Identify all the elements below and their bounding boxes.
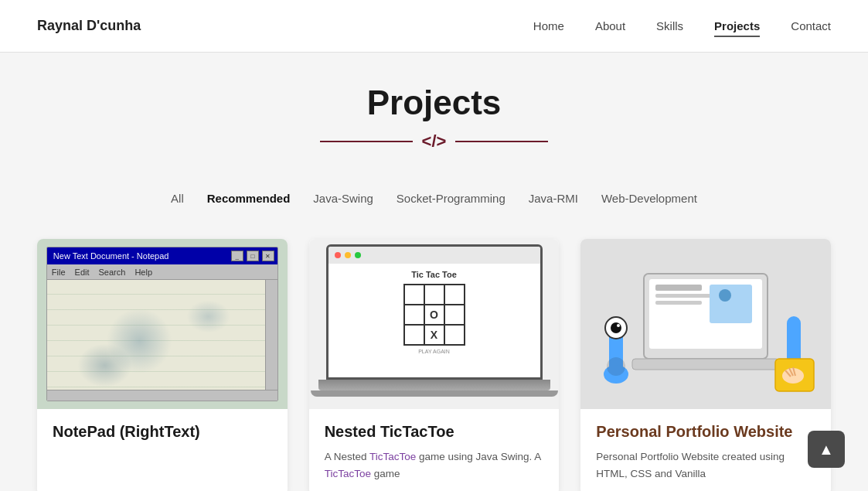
tictactoe-card-title: Nested TicTacToe [325,423,544,441]
svg-rect-2 [655,285,702,291]
svg-point-6 [719,289,731,302]
laptop-screen: Tic Tac Toe O X PLAY AGAIN [326,244,543,380]
browser-bar [328,247,540,264]
laptop-container: Tic Tac Toe O X PLAY AGAIN [309,239,560,409]
scroll-top-icon: ▲ [819,441,834,459]
portfolio-svg [594,251,818,397]
nav-link-skills[interactable]: Skills [656,19,683,32]
svg-rect-5 [710,285,752,323]
nav-item-skills[interactable]: Skills [656,19,683,33]
svg-rect-4 [655,301,702,305]
notepad-maximize-btn[interactable]: □ [247,251,259,261]
notepad-window: New Text Document - Notepad _ □ ✕ File E… [46,247,278,401]
nav-link-projects[interactable]: Projects [714,19,760,37]
svg-point-10 [607,357,625,376]
ttt-title: Tic Tac Toe [411,270,457,279]
ttt-grid: O X [403,284,465,346]
notepad-card-content: NotePad (RightText) [37,409,288,491]
card-image-portfolio [580,239,831,409]
ttt-cell-5 [444,305,465,325]
svg-rect-3 [655,294,717,298]
divider-line-right [455,141,548,142]
notepad-rain-visual [47,280,277,401]
section-divider: </> [0,131,868,152]
project-card-tictactoe: Tic Tac Toe O X PLAY AGAIN [309,239,560,491]
divider-line-left [320,141,413,142]
ttt-cell-2 [444,285,465,305]
notepad-card-title: NotePad (RightText) [53,423,272,441]
projects-grid: New Text Document - Notepad _ □ ✕ File E… [0,220,868,491]
filter-tabs: All Recommended Java-Swing Socket-Progra… [0,170,868,220]
notepad-menubar: File Edit Search Help [47,264,277,280]
notepad-menu-edit[interactable]: Edit [75,268,90,277]
nav-item-about[interactable]: About [595,19,625,33]
browser-dot-red [335,252,341,258]
notepad-menu-search[interactable]: Search [99,268,126,277]
nav-link-home[interactable]: Home [533,19,564,32]
scroll-to-top-button[interactable]: ▲ [808,431,845,468]
portfolio-card-desc: Personal Portfolio Website created using… [596,448,815,482]
nav-link-about[interactable]: About [595,19,625,32]
page-header: Projects </> [0,53,868,170]
tictactoe-content: Tic Tac Toe O X PLAY AGAIN [328,264,540,354]
page-title: Projects [0,84,868,122]
ttt-cell-1 [424,285,444,305]
filter-web-development[interactable]: Web-Development [601,189,697,208]
project-card-portfolio: Personal Portfolio Website Personal Port… [580,239,831,491]
laptop-bottom [311,390,558,397]
nav-item-home[interactable]: Home [533,19,564,33]
ttt-cell-3 [404,305,424,325]
divider-symbol: </> [422,131,447,152]
filter-socket-programming[interactable]: Socket-Programming [397,189,505,208]
svg-point-13 [617,324,620,327]
notepad-close-btn[interactable]: ✕ [262,251,274,261]
browser-dot-green [355,252,361,258]
ttt-cell-4: O [424,305,444,325]
ttt-play-again[interactable]: PLAY AGAIN [418,349,450,354]
portfolio-card-content: Personal Portfolio Website Personal Port… [580,409,831,491]
card-image-notepad: New Text Document - Notepad _ □ ✕ File E… [37,239,288,409]
filter-all[interactable]: All [171,189,184,208]
browser-dot-yellow [345,252,351,258]
svg-point-12 [611,322,621,333]
nav-brand: Raynal D'cunha [37,18,141,34]
portfolio-illustration [580,239,831,409]
filter-recommended[interactable]: Recommended [207,189,291,208]
nav-links: Home About Skills Projects Contact [533,19,831,33]
card-image-tictactoe: Tic Tac Toe O X PLAY AGAIN [309,239,560,409]
tictactoe-card-content: Nested TicTacToe A Nested TicTacToe game… [309,409,560,491]
notepad-scrollbar-vertical[interactable] [265,280,277,401]
filter-java-swing[interactable]: Java-Swing [313,189,373,208]
notepad-content [47,280,277,401]
tictactoe-link-1: TicTacToe [369,451,416,462]
notepad-title-text: New Text Document - Notepad [50,251,228,261]
portfolio-card-title: Personal Portfolio Website [596,423,815,441]
navbar: Raynal D'cunha Home About Skills Project… [0,0,868,53]
ttt-cell-6 [404,325,424,345]
notepad-menu-file[interactable]: File [52,268,66,277]
notepad-titlebar: New Text Document - Notepad _ □ ✕ [47,247,277,264]
notepad-menu-help[interactable]: Help [134,268,152,277]
notepad-minimize-btn[interactable]: _ [231,251,243,261]
project-card-notepad: New Text Document - Notepad _ □ ✕ File E… [37,239,288,491]
laptop-base [318,380,550,390]
nav-item-contact[interactable]: Contact [791,19,831,33]
ttt-cell-8 [444,325,465,345]
ttt-cell-7: X [424,325,444,345]
tictactoe-link-2: TicTacToe [325,468,371,479]
ttt-cell-0 [404,285,424,305]
nav-link-contact[interactable]: Contact [791,19,831,32]
tictactoe-card-desc: A Nested TicTacToe game using Java Swing… [325,448,544,482]
filter-java-rmi[interactable]: Java-RMI [529,189,578,208]
svg-rect-7 [632,359,779,370]
notepad-scrollbar-horizontal[interactable] [47,390,277,401]
nav-item-projects[interactable]: Projects [714,19,760,33]
